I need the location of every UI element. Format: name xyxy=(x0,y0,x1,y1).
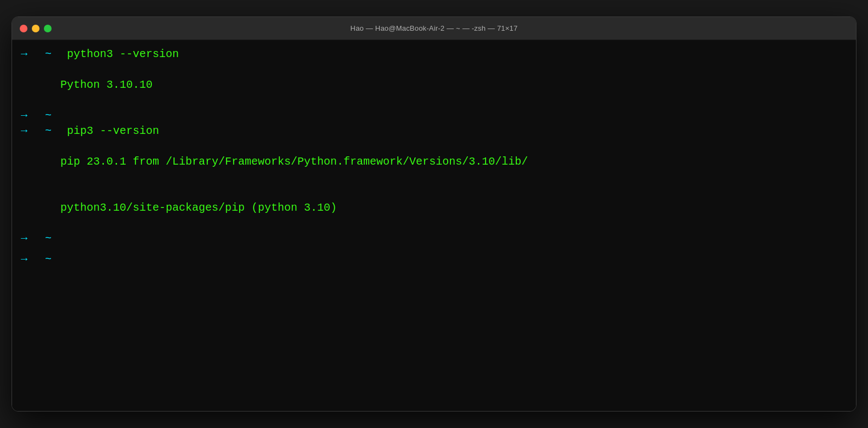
terminal-body[interactable]: → ~ python3 --version Python 3.10.10 → ~… xyxy=(12,40,856,411)
prompt-space-7 xyxy=(30,252,36,267)
prompt-tilde-3: ~ xyxy=(45,123,52,139)
prompt-space-4 xyxy=(30,123,36,139)
command-text-2: pip3 --version xyxy=(67,123,159,139)
minimize-button[interactable] xyxy=(32,25,40,32)
maximize-button[interactable] xyxy=(44,25,52,32)
prompt-arrow-2: → xyxy=(21,108,27,123)
command-line-1: → ~ python3 --version xyxy=(21,47,847,62)
output-line-3: python3.10/site-packages/pip (python 3.1… xyxy=(21,185,847,231)
prompt-arrow-1: → xyxy=(21,47,27,62)
prompt-space-6 xyxy=(30,231,36,246)
titlebar: Hao — Hao@MacBook-Air-2 — ~ — -zsh — 71×… xyxy=(12,17,856,40)
blank-prompt-1: → ~ xyxy=(21,108,847,123)
terminal-window: Hao — Hao@MacBook-Air-2 — ~ — -zsh — 71×… xyxy=(12,16,856,412)
prompt-arrow-5: → xyxy=(21,252,27,267)
prompt-space-2 xyxy=(56,47,63,62)
output-line-1: Python 3.10.10 xyxy=(21,62,847,108)
close-button[interactable] xyxy=(20,25,27,32)
prompt-tilde-1: ~ xyxy=(45,47,52,62)
prompt-arrow-4: → xyxy=(21,231,27,246)
prompt-space-3 xyxy=(30,108,36,123)
prompt-tilde-5: ~ xyxy=(45,252,52,267)
output-text-1: Python 3.10.10 xyxy=(60,78,153,91)
traffic-lights xyxy=(20,25,52,32)
window-title: Hao — Hao@MacBook-Air-2 — ~ — -zsh — 71×… xyxy=(351,24,518,32)
blank-prompt-2: → ~ xyxy=(21,231,847,246)
prompt-space-1 xyxy=(30,47,36,62)
prompt-arrow-3: → xyxy=(21,123,27,139)
output-text-3: python3.10/site-packages/pip (python 3.1… xyxy=(60,201,337,214)
output-text-2: pip 23.0.1 from /Library/Frameworks/Pyth… xyxy=(60,155,528,168)
prompt-tilde-2: ~ xyxy=(45,108,52,123)
active-prompt[interactable]: → ~ xyxy=(21,252,847,267)
prompt-space-5 xyxy=(56,123,63,139)
prompt-tilde-4: ~ xyxy=(45,231,52,246)
output-line-2: pip 23.0.1 from /Library/Frameworks/Pyth… xyxy=(21,139,847,185)
command-text-1: python3 --version xyxy=(67,47,179,62)
command-line-2: → ~ pip3 --version xyxy=(21,123,847,139)
